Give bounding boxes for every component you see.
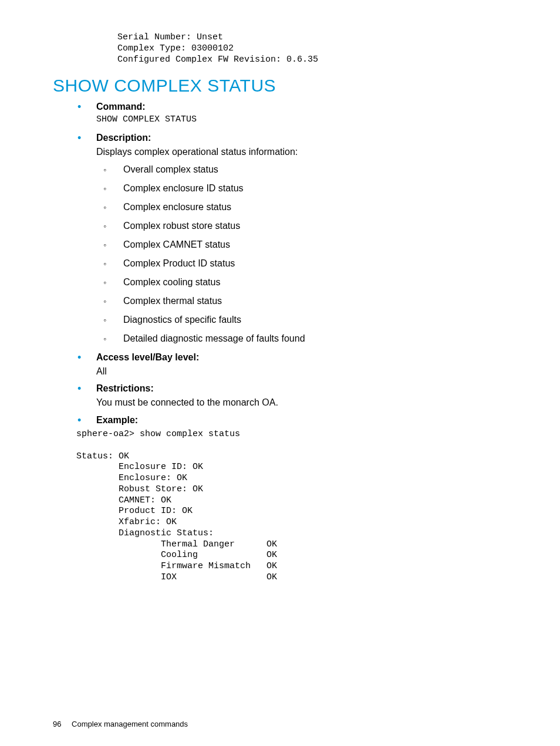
list-item: Complex robust store status xyxy=(103,221,507,231)
section-heading: SHOW COMPLEX STATUS xyxy=(53,76,507,96)
list-item: Complex enclosure status xyxy=(103,202,507,212)
example-item: Example: xyxy=(76,415,507,426)
restrictions-item: Restrictions: You must be connected to t… xyxy=(76,383,507,409)
command-item: Command: SHOW COMPLEX STATUS xyxy=(76,102,507,124)
restrictions-label: Restrictions: xyxy=(96,383,507,394)
description-item: Description: Displays complex operationa… xyxy=(76,133,507,344)
list-item: Detailed diagnostic message of faults fo… xyxy=(103,333,507,344)
page-number: 96 xyxy=(53,720,61,728)
restrictions-value: You must be connected to the monarch OA. xyxy=(96,396,507,409)
page-content: Serial Number: Unset Complex Type: 03000… xyxy=(0,0,560,583)
list-item: Complex CAMNET status xyxy=(103,239,507,250)
access-label: Access level/Bay level: xyxy=(96,352,507,363)
command-label: Command: xyxy=(96,102,507,112)
chapter-title: Complex management commands xyxy=(72,720,188,728)
description-sublist: Overall complex status Complex enclosure… xyxy=(103,164,507,344)
access-item: Access level/Bay level: All xyxy=(76,352,507,378)
access-value: All xyxy=(96,365,507,378)
list-item: Complex Product ID status xyxy=(103,258,507,269)
command-value: SHOW COMPLEX STATUS xyxy=(96,114,507,124)
list-item: Complex thermal status xyxy=(103,296,507,306)
description-intro: Displays complex operational status info… xyxy=(96,146,507,158)
example-label: Example: xyxy=(96,415,507,426)
detail-list: Command: SHOW COMPLEX STATUS Description… xyxy=(76,102,507,426)
list-item: Diagnostics of specific faults xyxy=(103,315,507,325)
example-code-block: sphere-oa2> show complex status Status: … xyxy=(76,429,507,583)
top-code-block: Serial Number: Unset Complex Type: 03000… xyxy=(117,32,507,65)
list-item: Complex enclosure ID status xyxy=(103,183,507,194)
page-footer: 96 Complex management commands xyxy=(53,720,188,728)
description-label: Description: xyxy=(96,133,507,143)
list-item: Overall complex status xyxy=(103,164,507,175)
list-item: Complex cooling status xyxy=(103,277,507,288)
